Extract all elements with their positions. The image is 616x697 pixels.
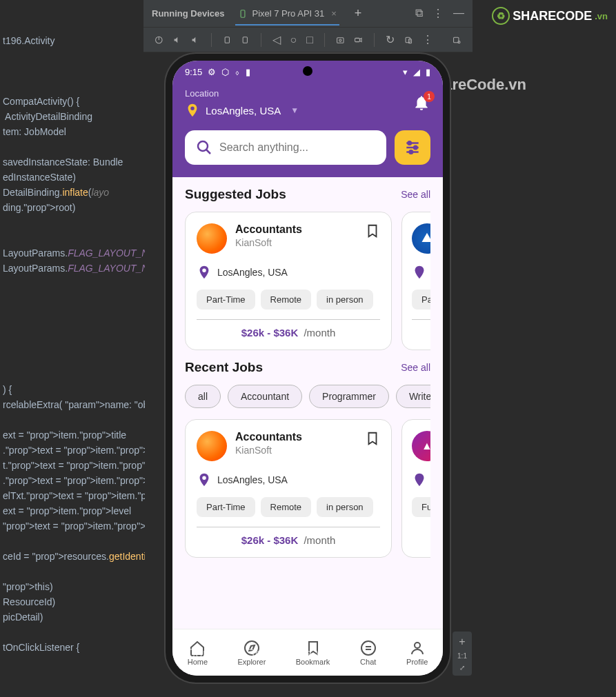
job-tag: in person [317,497,372,517]
filter-chip[interactable]: all [185,385,221,408]
volume-down-icon[interactable] [191,34,200,46]
job-title: Accountants [235,223,357,236]
job-tag: Part-Time [197,290,255,310]
chat-icon [360,640,377,656]
power-icon[interactable] [155,34,163,46]
ide-tab-bar: Running Devices Pixel 7 Pro API 31 × + ⧉… [143,0,473,28]
search-input-wrap[interactable] [185,130,386,165]
location-pin-icon [412,265,427,280]
svg-point-21 [361,641,375,655]
rotate-right-icon[interactable] [241,34,250,46]
overview-icon[interactable]: □ [306,34,313,46]
job-location [412,472,430,487]
job-tag: in person [317,290,372,310]
volume-up-icon[interactable] [173,34,182,46]
rotate-left-icon[interactable] [223,34,232,46]
home-icon[interactable]: ○ [290,34,297,46]
job-tag: Remote [261,497,312,517]
svg-point-12 [198,141,208,151]
svg-rect-7 [355,38,360,41]
status-time: 9:15 [185,67,202,77]
search-icon [196,139,212,156]
bookmark-icon[interactable] [365,223,380,239]
screenshot-icon[interactable] [336,34,345,46]
phone-frame: 9:15 ⚙ ⬡ ⬨ ▮ ▾ ◢ ▮ Location LosAngles, U… [166,54,450,683]
company-logo: ▲ [412,431,430,461]
code-editor: t196.Activity CompatActivity() { Activit… [0,33,145,655]
recent-section: Recent Jobs See all all Accountant Progr… [172,350,443,558]
shield-small-icon: ⬡ [221,67,229,77]
add-tab-button[interactable]: + [355,6,362,21]
sharecode-logo: ♻ SHARECODE.vn [492,7,608,25]
filter-chip[interactable]: Programmer [309,385,389,408]
minimize-icon[interactable]: — [453,7,464,20]
svg-line-13 [206,150,210,154]
settings-small-icon: ⚙ [208,67,216,77]
location-pin-icon [412,472,427,487]
job-period: /month [304,327,335,339]
dock-icon[interactable]: ⧉ [415,7,423,20]
running-devices-label: Running Devices [152,8,224,19]
notification-badge: 1 [424,91,435,102]
sd-small-icon: ▮ [246,67,250,77]
svg-point-11 [458,41,460,43]
recent-card-partial[interactable]: ▲ Ful [401,419,430,558]
svg-point-24 [415,643,420,648]
expand-icon[interactable]: ⤢ [459,664,465,671]
svg-point-19 [410,150,413,153]
search-input[interactable] [219,141,375,154]
filter-chip[interactable]: Writer [396,385,430,408]
job-location: LosAngles, USA [197,265,380,280]
nav-profile[interactable]: Profile [406,640,428,666]
suggested-card-partial[interactable]: Ne Part- [401,212,430,350]
profile-icon [409,640,426,656]
svg-point-17 [414,146,417,149]
location-selector[interactable]: LosAngles, USA ▼ [185,103,299,118]
svg-rect-3 [225,37,229,42]
phone-icon [238,9,248,19]
watermark-bottom: Copyright ShareCode.vn [186,647,330,661]
recent-card[interactable]: Accountants KianSoft LosAngles, USA Part… [185,419,392,558]
back-icon[interactable]: ◁ [272,33,281,46]
filter-button[interactable] [395,130,430,165]
job-tag: Remote [261,290,312,310]
job-company: KianSoft [235,445,357,456]
suggested-card[interactable]: Accountants KianSoft LosAngles, USA Part… [185,212,392,350]
suggested-see-all[interactable]: See all [401,189,430,200]
location-pin-icon [197,472,212,487]
company-logo [197,223,227,254]
location-pin-icon [185,103,200,118]
signal-icon: ◢ [413,67,420,77]
location-pin-icon [197,265,212,280]
company-logo [412,223,430,254]
job-salary: $26k - $36K [241,534,299,546]
job-location: LosAngles, USA [197,472,380,487]
more-icon[interactable]: ⋮ [433,7,444,20]
bookmark-icon[interactable] [365,431,380,446]
company-logo [197,431,227,461]
refresh-icon[interactable]: ↻ [386,33,395,46]
job-company: KianSoft [235,237,357,248]
search-device-icon[interactable] [453,34,461,46]
devices-icon[interactable] [404,34,413,46]
job-title: Accountants [235,431,357,443]
svg-rect-5 [337,37,343,42]
job-tag: Part- [412,290,430,310]
wifi-icon: ▾ [403,67,408,77]
nav-chat[interactable]: Chat [360,640,377,666]
recent-see-all[interactable]: See all [401,362,430,373]
suggested-title: Suggested Jobs [185,187,286,202]
record-icon[interactable] [354,34,363,46]
sliders-icon [404,139,421,156]
zoom-ratio[interactable]: 1:1 [457,652,467,660]
add-panel-icon[interactable]: + [459,636,465,648]
close-tab-icon[interactable]: × [331,8,337,19]
notifications-button[interactable]: 1 [413,94,430,114]
emulator-toolbar: ◁ ○ □ ↻ ⋮ [143,28,473,52]
filter-chip[interactable]: Accountant [228,385,302,408]
location-label: Location [185,88,299,99]
more-vert-icon[interactable]: ⋮ [422,33,433,46]
device-tab[interactable]: Pixel 7 Pro API 31 × [235,1,339,26]
recycle-icon: ♻ [492,7,510,25]
svg-rect-8 [406,37,410,42]
